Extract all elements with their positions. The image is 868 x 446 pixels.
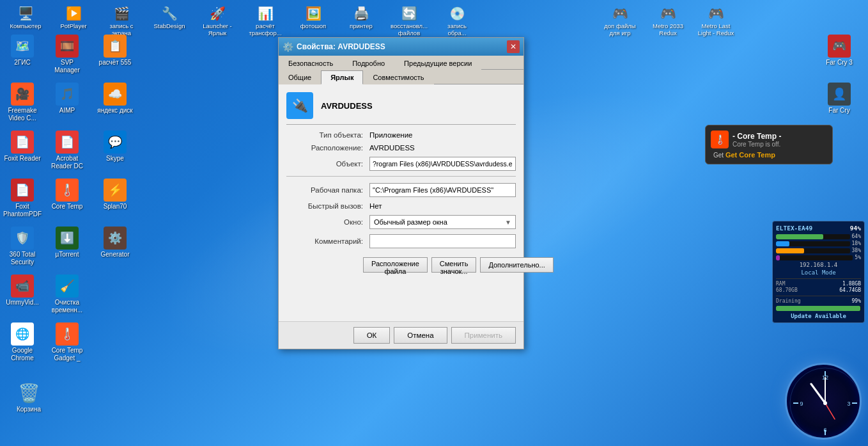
desktop-icon-zapis-ekrana[interactable]: 🎬 запись сэкрана (99, 3, 144, 29)
clock-widget: 12 3 6 9 (785, 363, 862, 440)
desktop-icon-foxit-phantom[interactable]: 📄 FoxitPhantomPDF (0, 176, 45, 224)
left-icon-col3: 📋 расчёт 555 ☁️ яндекс диск 💬 Skype ⚡ Sp… (93, 32, 141, 272)
dialog-title-icon: ⚙️ (283, 42, 293, 52)
desktop-icon-360-security[interactable]: 🛡️ 360 TotalSecurity (0, 224, 45, 272)
properties-dialog: ⚙️ Свойства: AVRDUDESS ✕ Безопасность По… (278, 37, 524, 349)
recycle-bin-icon[interactable]: 🗑️ Корзина (6, 379, 51, 427)
svg-text:3: 3 (847, 401, 850, 407)
tab-obshie[interactable]: Общие (279, 70, 321, 84)
tab-sovmestimost[interactable]: Совместимость (363, 70, 433, 84)
dialog-titlebar: ⚙️ Свойства: AVRDUDESS ✕ (279, 38, 523, 56)
desktop-icon-launcher[interactable]: 🚀 Launcher -Ярлык (195, 3, 240, 29)
clock-svg: 12 3 6 9 (787, 365, 864, 442)
svg-text:6: 6 (823, 427, 826, 433)
button-dopolnitelno[interactable]: Дополнительно... (480, 257, 553, 273)
desktop-icon-dop-faily[interactable]: 🎮 доп файлыдля игр (598, 3, 642, 29)
tab-podrobno[interactable]: Подробно (343, 56, 394, 70)
desktop-icon-metro-last[interactable]: 🎮 Metro LastLight - Redux (694, 3, 738, 29)
desktop-icon-far-cry[interactable]: 👤 Far Cry (817, 80, 862, 128)
desktop: 🖥️ Компьютер ▶️ PotPlayer 🎬 запись сэкра… (0, 0, 868, 446)
empty-space (286, 275, 516, 314)
desktop-icon-foxit-reader[interactable]: 📄 Foxit Reader (0, 128, 45, 176)
desktop-icon-aimp[interactable]: 🎵 AIMP (45, 80, 89, 128)
desktop-icon-stabdesign[interactable]: 🔧 StabDesign (147, 3, 192, 29)
desktop-icon-raschet[interactable]: 📊 расчёттрансфор... (243, 3, 288, 29)
desktop-icon-core-temp-gadget[interactable]: 🌡️ Core TempGadget _ (45, 320, 89, 368)
network-widget: ELTEX-EA49 94% 64% 18% 38% 5% 192.168.1.… (772, 221, 865, 323)
desktop-icon-svp-manager[interactable]: 🎞️ SVP Manager (45, 32, 89, 80)
app-name: AVRDUDESS (321, 101, 373, 111)
tab-bezopasnost[interactable]: Безопасность (279, 56, 343, 70)
desktop-icon-metro2033[interactable]: 🎮 Metro 2033Redux (646, 3, 690, 29)
dialog-footer: ОК Отмена Применить (279, 321, 523, 349)
tab-yarlyk[interactable]: Ярлык (321, 70, 363, 84)
field-rabochaya-papka: Рабочая папка: (286, 183, 516, 197)
button-ok[interactable]: ОК (353, 327, 391, 344)
button-primenite[interactable]: Применить (451, 327, 516, 344)
left-icon-col1: 🗺️ 2ГИС 🎥 FreemakeVideo C... 📄 Foxit Rea… (0, 32, 45, 368)
desktop-icon-splan70[interactable]: ⚡ Splan70 (93, 176, 137, 224)
input-obekt[interactable] (369, 157, 516, 171)
select-okno[interactable]: Обычный размер окна ▼ (369, 215, 516, 229)
right-icon-col: 🎮 Far Cry 3 👤 Far Cry (814, 32, 865, 128)
select-okno-arrow: ▼ (505, 219, 511, 226)
desktop-icon-skype[interactable]: 💬 Skype (93, 128, 137, 176)
field-raspolozhenie: Расположение: AVRDUDESS (286, 144, 516, 152)
svg-line-5 (811, 384, 825, 403)
dialog-title: Свойства: AVRDUDESS (297, 42, 385, 51)
separator (286, 176, 516, 177)
top-icon-row: 🖥️ Компьютер ▶️ PotPlayer 🎬 запись сэкра… (0, 0, 741, 32)
desktop-icon-ummy-video[interactable]: 📹 UmmyVid... (0, 272, 45, 320)
input-kommentariy[interactable] (369, 234, 516, 248)
desktop-icon-printer[interactable]: 🖨️ принтер (339, 3, 384, 29)
app-header: 🔌 AVRDUDESS (286, 92, 516, 125)
tab-predydushie[interactable]: Предыдущие версии (394, 56, 481, 70)
field-bystry-vyzov: Быстрый вызов: Нет (286, 202, 516, 210)
desktop-icon-photoshop[interactable]: 🖼️ фотошоп (291, 3, 336, 29)
field-kommentariy: Комментарий: (286, 234, 516, 248)
field-tip-obekta: Тип объекта: Приложение (286, 131, 516, 139)
svg-text:12: 12 (822, 374, 828, 381)
svg-text:9: 9 (800, 401, 803, 407)
desktop-icon-freemake[interactable]: 🎥 FreemakeVideo C... (0, 80, 45, 128)
button-smenit-znachok[interactable]: Сменить значок... (431, 257, 477, 273)
input-rabochaya-papka[interactable] (369, 183, 516, 197)
desktop-icon-potplayer[interactable]: ▶️ PotPlayer (51, 3, 96, 29)
desktop-icon-core-temp[interactable]: 🌡️ Core Temp (45, 176, 89, 224)
button-raspolozhenie-fayla[interactable]: Расположение файла (363, 257, 428, 273)
dialog-close-button[interactable]: ✕ (507, 40, 520, 53)
svg-point-8 (823, 401, 827, 405)
field-obekt: Объект: (286, 157, 516, 171)
desktop-icon-zapis-obra[interactable]: 💿 записьобра... (435, 3, 479, 29)
desktop-icon-vosstanov[interactable]: 🔄 восстановл...файлов (387, 3, 431, 29)
action-buttons: Расположение файла Сменить значок... Доп… (363, 255, 516, 275)
field-okno: Окно: Обычный размер окна ▼ (286, 215, 516, 229)
desktop-icon-far-cry3[interactable]: 🎮 Far Cry 3 (817, 32, 862, 80)
desktop-icon-2gis[interactable]: 🗺️ 2ГИС (0, 32, 45, 80)
desktop-icon-acrobat[interactable]: 📄 AcrobatReader DC (45, 128, 89, 176)
button-otmena[interactable]: Отмена (394, 327, 447, 344)
left-icon-col2: 🎞️ SVP Manager 🎵 AIMP 📄 AcrobatReader DC… (45, 32, 93, 368)
desktop-icon-raschet555[interactable]: 📋 расчёт 555 (93, 32, 137, 80)
app-large-icon: 🔌 (286, 92, 313, 119)
dialog-body: 🔌 AVRDUDESS Тип объекта: Приложение Расп… (279, 84, 523, 321)
dialog-tabs-row2: Общие Ярлык Совместимость (279, 70, 523, 84)
dialog-tabs-row1: Безопасность Подробно Предыдущие версии (279, 56, 523, 70)
desktop-icon-komputer[interactable]: 🖥️ Компьютер (3, 3, 48, 29)
svg-line-7 (825, 403, 835, 419)
desktop-icon-yandex-disk[interactable]: ☁️ яндекс диск (93, 80, 137, 128)
core-temp-notification: 🌡️ - Core Temp - Core Temp is off. Get G… (705, 125, 833, 164)
desktop-icon-google-chrome[interactable]: 🌐 GoogleChrome (0, 320, 45, 368)
desktop-icon-generator[interactable]: ⚙️ Generator (93, 224, 137, 272)
desktop-icon-utorrent[interactable]: ⬇️ µTorrent (45, 224, 89, 272)
core-temp-notif-icon: 🌡️ (711, 131, 729, 148)
desktop-icon-ochistka[interactable]: 🧹 Очисткавременн... (45, 272, 89, 320)
